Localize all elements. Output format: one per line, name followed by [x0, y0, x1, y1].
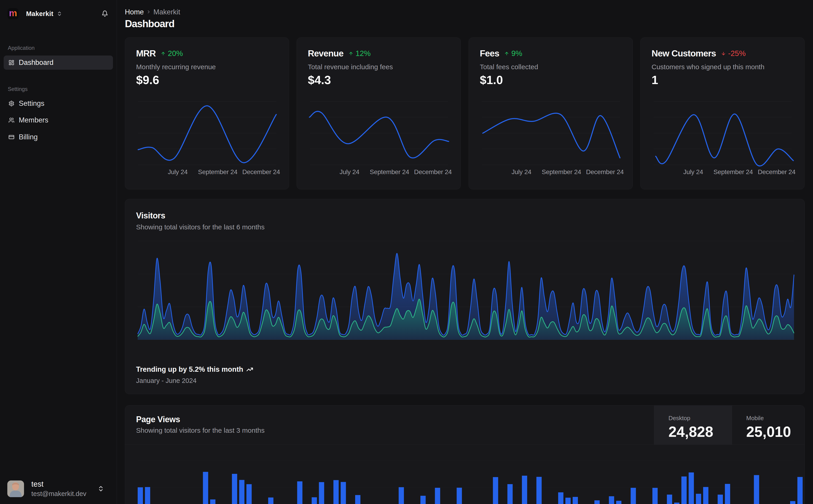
svg-text:September 24: September 24	[198, 168, 238, 175]
svg-text:July 24: July 24	[511, 168, 531, 175]
svg-text:July 24: July 24	[340, 168, 360, 175]
svg-text:September 24: September 24	[542, 168, 581, 175]
svg-text:December 24: December 24	[586, 168, 624, 175]
svg-text:December 24: December 24	[758, 168, 796, 175]
svg-text:September 24: September 24	[370, 168, 409, 175]
svg-text:December 24: December 24	[414, 168, 452, 175]
svg-text:July 24: July 24	[168, 168, 188, 175]
svg-text:July 24: July 24	[683, 168, 703, 175]
svg-text:December 24: December 24	[243, 168, 280, 175]
svg-text:September 24: September 24	[714, 168, 753, 175]
